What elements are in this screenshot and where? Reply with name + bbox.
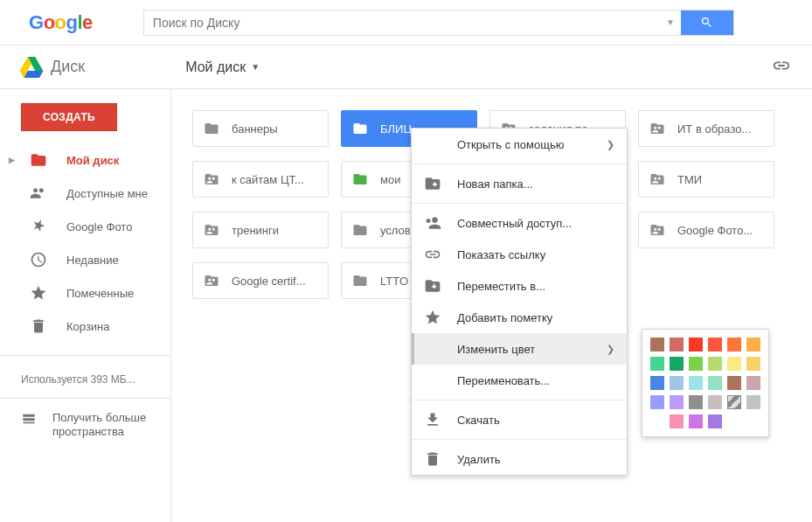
content-area: баннерыБЛИЦзадания по ...ИТ в образо...к… [171,89,812,522]
color-swatch[interactable] [727,395,741,409]
folder-label: баннеры [232,122,278,136]
color-swatch[interactable] [650,395,664,409]
folder-label: ИТ в образо... [677,122,751,136]
chevron-right-icon: ❯ [607,139,614,150]
google-logo[interactable]: Google [29,11,93,34]
link-icon [424,246,441,263]
color-swatch[interactable] [689,376,703,390]
chevron-down-icon: ▼ [251,62,260,72]
ctx-rename[interactable]: Переименовать... [412,365,627,396]
storage-usage: Используется 393 МБ... [21,373,170,386]
color-swatch[interactable] [670,357,684,371]
color-swatch[interactable] [689,414,703,428]
folder-item[interactable]: баннеры [192,110,329,147]
ctx-delete[interactable]: Удалить [412,443,627,475]
download-icon [424,411,441,428]
folder-item[interactable]: тренинги [192,212,329,248]
color-swatch[interactable] [727,338,741,351]
search-button[interactable] [681,10,733,35]
ctx-add-star[interactable]: Добавить пометку [412,302,627,333]
storage-icon [21,411,37,429]
color-swatch[interactable] [689,338,703,351]
ctx-change-color[interactable]: Изменить цвет❯ [412,333,627,365]
color-swatch[interactable] [689,357,703,371]
color-swatch[interactable] [708,376,722,390]
move-icon [424,277,441,295]
expand-arrow-icon: ▶ [9,156,16,164]
get-more-storage[interactable]: Получить больше пространства [0,411,170,439]
new-folder-icon [424,175,441,192]
app-name: Диск [51,58,85,76]
folder-label: мои [380,173,400,186]
color-swatch[interactable] [727,376,741,390]
search-box: ▼ [143,10,734,36]
search-input[interactable] [144,10,660,35]
color-swatch[interactable] [650,338,664,351]
color-swatch[interactable] [708,338,722,351]
trash-icon [30,317,47,335]
color-swatch[interactable] [727,357,741,371]
search-icon [700,16,713,29]
breadcrumb[interactable]: Мой диск ▼ [185,59,260,75]
folder-item[interactable]: ИТ в образо... [638,110,774,147]
color-swatch[interactable] [708,395,722,409]
folder-label: к сайтам ЦТ... [232,173,304,186]
svg-rect-0 [23,414,35,417]
search-dropdown-arrow-icon[interactable]: ▼ [660,10,681,35]
sidebar-item-folder[interactable]: ▶Мой диск [0,143,170,177]
people-icon [30,184,47,202]
photos-icon [30,218,47,235]
folder-label: тренинги [232,224,279,237]
folder-item[interactable]: к сайтам ЦТ... [192,161,329,198]
sidebar-item-people[interactable]: Доступные мне [0,177,170,210]
folder-label: LTTO [380,275,408,288]
folder-item[interactable]: ТМИ [638,161,774,198]
color-swatch[interactable] [746,338,760,351]
color-palette [642,329,769,437]
create-button[interactable]: СОЗДАТЬ [21,103,117,131]
folder-label: БЛИЦ [380,122,412,136]
folder-icon [30,151,47,169]
color-swatch[interactable] [670,338,684,351]
color-swatch[interactable] [650,357,664,371]
color-swatch[interactable] [708,414,722,428]
sidebar: СОЗДАТЬ ▶Мой дискДоступные мнеGoogle Фот… [0,89,171,522]
folder-item[interactable]: Google Фото... [638,212,774,248]
clock-icon [30,251,47,268]
color-swatch[interactable] [708,357,722,371]
ctx-open-with[interactable]: Открыть с помощью❯ [412,129,627,160]
folder-label: Google Фото... [677,224,753,237]
link-icon[interactable] [772,56,791,78]
context-menu: Открыть с помощью❯ Новая папка... Совмес… [411,128,628,476]
folder-item[interactable]: Google certif... [192,262,329,299]
color-swatch[interactable] [670,395,684,409]
sidebar-item-clock[interactable]: Недавние [0,243,170,276]
svg-rect-1 [23,418,35,421]
share-icon [424,214,441,232]
color-swatch[interactable] [689,395,703,409]
star-icon [424,309,441,326]
ctx-move-to[interactable]: Переместить в... [412,270,627,302]
ctx-get-link[interactable]: Показать ссылку [412,239,627,270]
chevron-right-icon: ❯ [607,344,614,355]
storage-link-label: Получить больше пространства [52,411,170,439]
folder-label: Google certif... [232,275,306,288]
folder-label: ТМИ [677,173,702,186]
color-swatch[interactable] [746,357,760,371]
color-swatch[interactable] [650,376,664,390]
ctx-new-folder[interactable]: Новая папка... [412,168,627,199]
breadcrumb-label: Мой диск [185,59,246,75]
ctx-download[interactable]: Скачать [412,404,627,435]
sidebar-item-photos[interactable]: Google Фото [0,210,170,243]
color-swatch[interactable] [746,395,760,409]
sidebar-item-trash[interactable]: Корзина [0,310,170,343]
star-icon [30,284,47,302]
color-swatch[interactable] [746,376,760,390]
color-swatch[interactable] [670,414,684,428]
color-swatch[interactable] [670,376,684,390]
drive-logo-icon [19,57,44,78]
trash-icon [424,450,441,468]
ctx-share[interactable]: Совместный доступ... [412,207,627,239]
sidebar-item-star[interactable]: Помеченные [0,276,170,310]
svg-rect-2 [23,422,35,424]
